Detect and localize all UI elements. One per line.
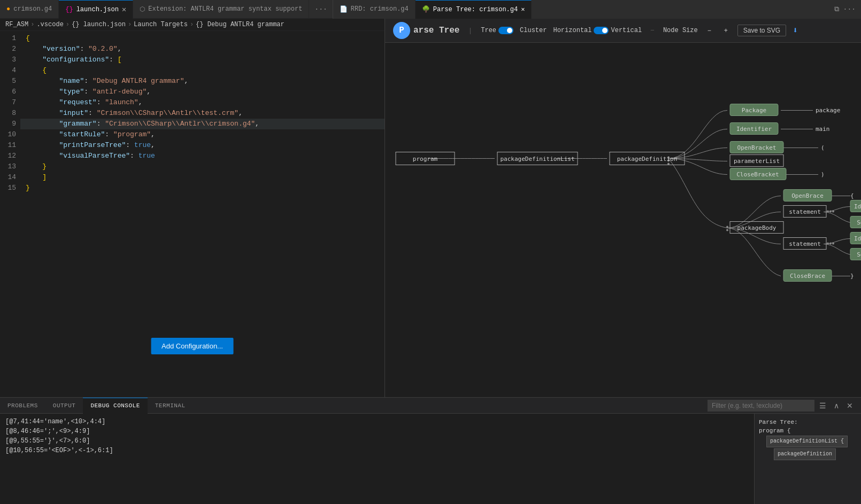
node-size-label: Node Size (663, 27, 698, 34)
preview-line: packageDefinition (759, 448, 857, 461)
tab-terminal[interactable]: TERMINAL (148, 398, 193, 414)
preview-line: program { (759, 427, 857, 435)
svg-text:packageBody: packageBody (737, 224, 777, 231)
cluster-label: Cluster (520, 27, 547, 34)
file-icon: ⬡ (140, 5, 145, 13)
parse-tree-canvas[interactable]: program packageDefinitionList packageDef… (385, 43, 861, 397)
tab-problems[interactable]: PROBLEMS (0, 398, 45, 414)
tab-extension[interactable]: ⬡ Extension: ANTLR4 grammar syntax suppo… (133, 0, 309, 19)
parse-tree-panel: P arse Tree | Tree Cluster Horizontal Ve… (385, 19, 861, 397)
svg-text:package: package (816, 107, 840, 114)
svg-text:packageDefinition: packageDefinition (617, 156, 678, 162)
bottom-content: [@7,41:44='name',<10>,4:4] [@8,46:46=';'… (0, 414, 861, 504)
debug-console[interactable]: [@7,41:44='name',<10>,4:4] [@8,46:46=';'… (0, 414, 754, 504)
breadcrumb-item[interactable]: .vscode (36, 21, 63, 28)
svg-text:main: main (816, 126, 830, 133)
svg-point-61 (832, 211, 834, 213)
preview-line: packageDefinitionList { (759, 435, 857, 448)
svg-point-60 (829, 211, 832, 213)
breadcrumb: RF_ASM › .vscode › {} launch.json › Laun… (0, 19, 385, 31)
filter-options-button[interactable]: ☰ (817, 400, 829, 411)
tab-label: crimson.g4 (13, 5, 52, 13)
parse-tree-preview: Parse Tree: program { packageDefinitionL… (754, 414, 861, 504)
code-line: "startRule": "program", (20, 129, 385, 140)
svg-text:(: ( (821, 144, 825, 151)
logo-circle: P (393, 22, 410, 39)
breadcrumb-item[interactable]: Launch Targets (134, 21, 188, 28)
tab-overflow-left[interactable]: ··· (309, 5, 332, 13)
tab-bar: ● crimson.g4 {} launch.json ✕ ⬡ Extensio… (0, 0, 861, 19)
svg-text:SemiColon: SemiColon (857, 219, 861, 226)
tree-toggle[interactable] (498, 27, 513, 34)
tab-rrd-crimson[interactable]: 📄 RRD: crimson.g4 (333, 0, 416, 19)
filter-input[interactable] (708, 400, 814, 412)
line-numbers: 12345 678910 1112131415 (0, 33, 20, 397)
svg-text:program: program (413, 156, 438, 162)
tab-launch-json[interactable]: {} launch.json ✕ (59, 0, 133, 19)
svg-text:): ) (821, 171, 825, 178)
split-editor-icon[interactable]: ⧉ (834, 5, 839, 13)
svg-text:Identifier: Identifier (854, 235, 861, 242)
close-panel-button[interactable]: ✕ (844, 400, 856, 411)
main-content: RF_ASM › .vscode › {} launch.json › Laun… (0, 19, 861, 397)
svg-text:Package: Package (742, 107, 766, 114)
logo-letter: P (399, 26, 404, 35)
code-line: } (20, 183, 385, 193)
maximize-panel-button[interactable]: ∧ (831, 400, 842, 411)
parse-tree-logo: P arse Tree (393, 22, 459, 39)
breadcrumb-item[interactable]: RF_ASM (5, 21, 28, 28)
bottom-tab-bar: PROBLEMS OUTPUT DEBUG CONSOLE TERMINAL ☰… (0, 398, 861, 414)
tab-output[interactable]: OUTPUT (45, 398, 83, 414)
tab-label: PROBLEMS (7, 402, 38, 409)
tab-parse-tree-crimson[interactable]: 🌳 Parse Tree: crimson.g4 ✕ (416, 0, 532, 19)
bottom-panel: PROBLEMS OUTPUT DEBUG CONSOLE TERMINAL ☰… (0, 397, 861, 504)
horizontal-label: Horizontal (553, 27, 591, 34)
tab-label: Extension: ANTLR4 grammar syntax support (148, 5, 302, 13)
node-size-minus-button[interactable]: − (704, 26, 714, 35)
code-line: "request": "launch", (20, 97, 385, 108)
preview-title: Parse Tree: (759, 418, 857, 427)
code-line: "input": "Crimson\\CSharp\\Antlr\\test.c… (20, 108, 385, 119)
svg-text:Identifier: Identifier (854, 203, 861, 210)
horizontal-toggle-group: Horizontal Vertical (553, 27, 642, 34)
horizontal-toggle[interactable] (594, 27, 609, 34)
parse-tree-svg: program packageDefinitionList packageDef… (385, 43, 861, 397)
breadcrumb-item[interactable]: {} Debug ANTLR4 grammar (196, 21, 285, 28)
svg-text:parameterList: parameterList (734, 158, 780, 165)
code-line: "grammar": "Crimson\\CSharp\\Antlr\\crim… (20, 119, 385, 129)
code-line: "version": "0.2.0", (20, 44, 385, 55)
svg-point-62 (827, 243, 829, 245)
code-line: { (20, 33, 385, 44)
save-svg-button[interactable]: Save to SVG (737, 25, 786, 36)
node-size-plus-button[interactable]: + (721, 26, 731, 35)
tree-toggle-group: Tree (481, 27, 513, 34)
svg-text:{: { (850, 192, 854, 199)
tab-label: DEBUG CONSOLE (90, 402, 140, 409)
file-icon: ● (6, 5, 10, 13)
close-icon[interactable]: ✕ (122, 5, 126, 14)
svg-text:}: } (850, 273, 854, 280)
svg-text:statement: statement (789, 241, 821, 247)
tab-label: OUTPUT (53, 402, 76, 409)
tab-debug-console[interactable]: DEBUG CONSOLE (83, 398, 147, 414)
more-actions-icon[interactable]: ··· (843, 5, 856, 13)
editor-content[interactable]: 12345 678910 1112131415 { "version": "0.… (0, 31, 385, 397)
svg-point-59 (827, 211, 829, 213)
tab-label: TERMINAL (155, 402, 186, 409)
file-icon: 📄 (340, 5, 348, 13)
code-line: } (20, 161, 385, 172)
add-configuration-button[interactable]: Add Configuration... (151, 338, 234, 354)
svg-text:OpenBrace: OpenBrace (791, 192, 824, 199)
svg-text:Identifier: Identifier (736, 126, 772, 133)
svg-point-12 (667, 163, 670, 165)
logo-text: arse Tree (413, 26, 459, 35)
code-line: "printParseTree": true, (20, 140, 385, 151)
download-icon[interactable]: ⬇ (793, 25, 798, 36)
svg-text:statement: statement (789, 208, 821, 215)
close-icon[interactable]: ✕ (521, 5, 525, 13)
tab-crimson-g4[interactable]: ● crimson.g4 (0, 0, 59, 19)
breadcrumb-item[interactable]: {} launch.json (72, 21, 126, 28)
code-line: "type": "antlr-debug", (20, 87, 385, 97)
console-line: [@10,56:55='<EOF>',<-1>,6:1] (5, 446, 749, 455)
code-line: "name": "Debug ANTLR4 grammar", (20, 76, 385, 87)
